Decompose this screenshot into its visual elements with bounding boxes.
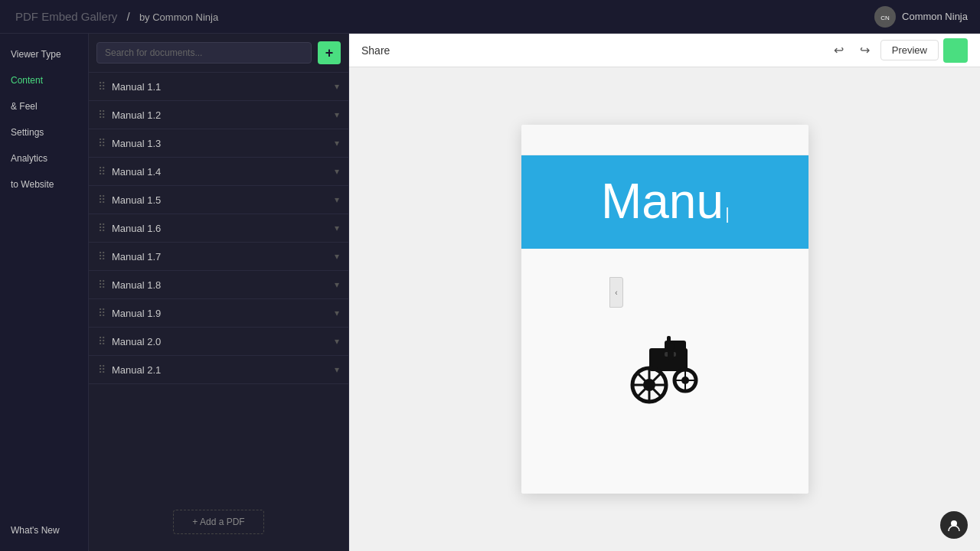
doc-name-label: Manual 1.4 — [112, 166, 328, 178]
collapse-panel-button[interactable]: ‹ — [609, 277, 623, 308]
drag-handle-icon: ⠿ — [98, 222, 106, 234]
sidebar-item-whats-new[interactable]: What's New — [0, 517, 88, 543]
list-item[interactable]: ⠿ Manual 1.3 ▾ — [89, 129, 348, 158]
chevron-down-icon: ▾ — [335, 81, 339, 92]
sidebar-item-content[interactable]: Content — [0, 67, 88, 93]
doc-name-label: Manual 1.5 — [112, 194, 328, 206]
bottom-right-avatar[interactable] — [940, 511, 968, 539]
center-panel: + ⠿ Manual 1.1 ▾ ⠿ Manual 1.2 ▾ ⠿ Manual… — [89, 34, 349, 551]
svg-point-16 — [667, 343, 675, 350]
drag-handle-icon: ⠿ — [98, 80, 106, 93]
drag-handle-icon: ⠿ — [98, 137, 106, 149]
pdf-header-bar — [521, 125, 808, 155]
svg-text:CN: CN — [880, 15, 890, 21]
chevron-down-icon: ▾ — [335, 166, 339, 177]
pdf-content-area — [521, 249, 808, 494]
chevron-down-icon: ▾ — [335, 251, 339, 262]
doc-name-label: Manual 1.9 — [112, 308, 328, 319]
search-input[interactable] — [96, 42, 312, 64]
list-item[interactable]: ⠿ Manual 2.0 ▾ — [89, 328, 348, 356]
sidebar-item-to-website[interactable]: to Website — [0, 171, 88, 197]
list-item[interactable]: ⠿ Manual 1.7 ▾ — [89, 243, 348, 271]
chevron-down-icon: ▾ — [335, 279, 339, 290]
pdf-blue-banner: Manu — [521, 155, 808, 249]
sidebar-item-settings[interactable]: Settings — [0, 119, 88, 145]
title-separator: / — [127, 10, 133, 23]
doc-name-label: Manual 1.2 — [112, 109, 328, 121]
sidebar-item-analytics[interactable]: Analytics — [0, 145, 88, 171]
drag-handle-icon: ⠿ — [98, 109, 106, 121]
drag-handle-icon: ⠿ — [98, 335, 106, 347]
doc-name-label: Manual 1.8 — [112, 279, 328, 291]
drag-handle-icon: ⠿ — [98, 279, 106, 291]
doc-name-label: Manual 1.6 — [112, 223, 328, 234]
chevron-down-icon: ▾ — [335, 109, 339, 120]
sidebar-item-look-feel[interactable]: & Feel — [0, 93, 88, 119]
list-item[interactable]: ⠿ Manual 1.9 ▾ — [89, 299, 348, 328]
doc-name-label: Manual 1.3 — [112, 138, 328, 149]
pdf-preview-card: Manu — [521, 125, 808, 494]
drag-handle-icon: ⠿ — [98, 307, 106, 319]
preview-button[interactable]: Preview — [880, 40, 939, 60]
sidebar-item-viewer-type[interactable]: Viewer Type — [0, 41, 88, 67]
chevron-down-icon: ▾ — [335, 336, 339, 347]
pdf-title-text: Manu — [601, 174, 724, 229]
chevron-down-icon: ▾ — [335, 194, 339, 205]
topbar: PDF Embed Gallery / by Common Ninja CN C… — [0, 0, 980, 34]
drag-handle-icon: ⠿ — [98, 250, 106, 262]
list-item[interactable]: ⠿ Manual 1.8 ▾ — [89, 271, 348, 299]
chevron-down-icon: ▾ — [335, 308, 339, 318]
sidebar-left: Viewer Type Content & Feel Settings Anal… — [0, 34, 89, 551]
center-top-bar: + — [89, 34, 348, 73]
list-item[interactable]: ⠿ Manual 1.5 ▾ — [89, 186, 348, 214]
chevron-down-icon: ▾ — [335, 364, 339, 375]
brand-area: CN Common Ninja — [874, 6, 968, 28]
main-layout: Viewer Type Content & Feel Settings Anal… — [0, 34, 980, 551]
doc-name-label: Manual 1.7 — [112, 251, 328, 262]
drag-handle-icon: ⠿ — [98, 165, 106, 178]
doc-name-label: Manual 1.1 — [112, 81, 328, 93]
content-header: Share ↩ ↪ Preview — [349, 34, 980, 67]
doc-name-label: Manual 2.1 — [112, 364, 328, 376]
by-label: by Common Ninja — [139, 11, 218, 23]
app-title: PDF Embed Gallery / by Common Ninja — [12, 10, 221, 23]
save-button[interactable] — [943, 38, 968, 63]
header-actions: ↩ ↪ Preview — [828, 38, 968, 63]
svg-rect-4 — [667, 336, 671, 344]
brand-avatar: CN — [874, 6, 896, 28]
drag-handle-icon: ⠿ — [98, 194, 106, 206]
tractor-icon — [622, 333, 707, 409]
list-item[interactable]: ⠿ Manual 1.4 ▾ — [89, 158, 348, 186]
share-label: Share — [361, 44, 390, 57]
undo-button[interactable]: ↩ — [828, 40, 850, 61]
list-item[interactable]: ⠿ Manual 1.2 ▾ — [89, 101, 348, 129]
document-list: ⠿ Manual 1.1 ▾ ⠿ Manual 1.2 ▾ ⠿ Manual 1… — [89, 73, 348, 493]
list-item[interactable]: ⠿ Manual 2.1 ▾ — [89, 356, 348, 384]
list-item[interactable]: ⠿ Manual 1.1 ▾ — [89, 73, 348, 101]
add-document-button[interactable]: + — [318, 41, 341, 64]
pdf-cursor — [727, 207, 728, 223]
doc-name-label: Manual 2.0 — [112, 336, 328, 347]
add-pdf-button[interactable]: + Add a PDF — [173, 510, 263, 534]
chevron-down-icon: ▾ — [335, 223, 339, 233]
drag-handle-icon: ⠿ — [98, 364, 106, 376]
preview-area: Manu — [349, 67, 980, 551]
redo-button[interactable]: ↪ — [854, 40, 876, 61]
chevron-down-icon: ▾ — [335, 138, 339, 148]
brand-name-label: Common Ninja — [902, 11, 968, 22]
list-item[interactable]: ⠿ Manual 1.6 ▾ — [89, 214, 348, 243]
content-area: Share ↩ ↪ Preview Manu — [349, 34, 980, 551]
svg-rect-17 — [668, 350, 674, 360]
